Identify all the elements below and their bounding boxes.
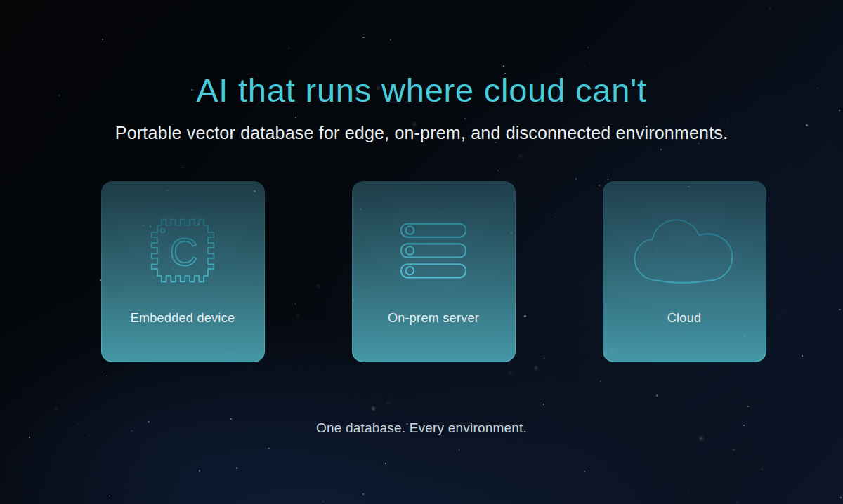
card-label: Embedded device xyxy=(131,311,235,326)
card-label: On-prem server xyxy=(388,311,479,326)
tagline: One database. Every environment. xyxy=(0,420,843,437)
card-on-prem-server: On-prem server xyxy=(352,181,516,362)
page-subtitle: Portable vector database for edge, on-pr… xyxy=(0,121,843,145)
card-cloud: Cloud xyxy=(603,181,766,362)
card-embedded-device: C Embedded device xyxy=(101,181,265,362)
svg-text:C: C xyxy=(170,230,198,274)
hero-section: AI that runs where cloud can't Portable … xyxy=(0,70,843,437)
cloud-icon xyxy=(632,211,737,290)
server-stack-icon xyxy=(400,211,467,290)
environment-cards-row: C Embedded device xyxy=(12,181,843,362)
chip-c-icon: C xyxy=(150,211,215,290)
card-label: Cloud xyxy=(667,311,702,326)
page-title: AI that runs where cloud can't xyxy=(0,70,843,112)
